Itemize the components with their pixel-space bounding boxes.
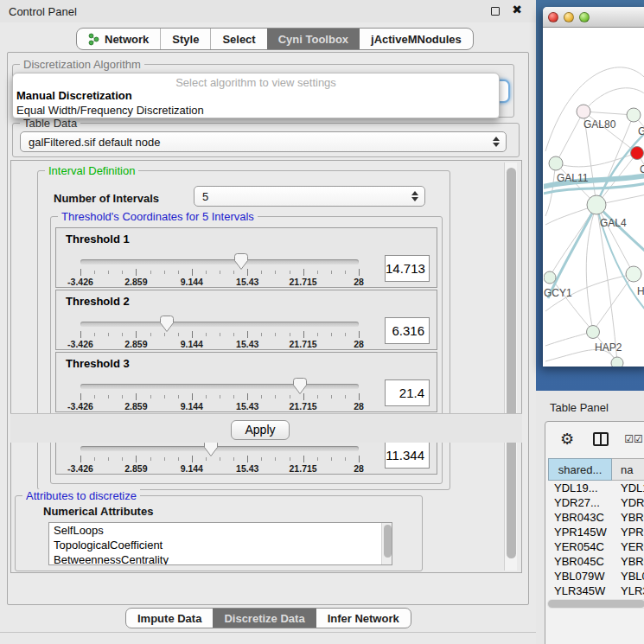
table-cell[interactable]: YER0 [612,539,644,554]
interval-definition-group-label: Interval Definition [45,164,138,177]
table-cell[interactable]: YBL079W [548,569,612,583]
threshold-slider[interactable] [80,322,359,327]
minimize-traffic-icon[interactable] [564,12,574,22]
slider-thumb-icon[interactable] [234,253,248,270]
network-node[interactable] [627,108,641,122]
table-cell[interactable]: YDR2 [612,495,644,510]
network-node[interactable] [549,156,563,170]
select-columns-icon[interactable]: ☑☑ [624,433,643,445]
table-cell[interactable]: YBR045C [548,554,612,569]
table-cell[interactable]: YER054C [548,539,612,554]
network-node[interactable] [577,105,590,118]
attribute-list-item[interactable]: BetweennessCentrality [49,552,392,565]
tab-network[interactable]: Network [77,29,160,49]
table-row[interactable]: YPR145WYPR1 [548,525,644,539]
table-cell[interactable]: YPR1 [612,525,644,539]
network-edge[interactable] [596,131,644,205]
number-of-intervals-combobox[interactable]: 5 [194,186,425,207]
node-label: HAP2 [595,341,622,354]
tick-label: 15.43 [236,463,258,474]
tick-mark [80,393,81,400]
table-horizontal-scrollbar[interactable] [547,599,644,609]
table-cell[interactable]: YDL1 [612,481,644,495]
network-node[interactable] [587,195,606,214]
table-cell[interactable]: YLR3 [612,583,644,597]
table-cell[interactable]: YPR145W [548,525,612,539]
attributes-scrollbar[interactable] [381,523,392,564]
slider-thumb-icon[interactable] [160,316,174,332]
slider-ticks [80,456,359,462]
table-row[interactable]: YBR045CYBR0 [548,554,644,569]
split-columns-icon[interactable] [593,432,609,446]
column-header-shared-name[interactable]: shared... [548,458,612,481]
tab-discretize-data[interactable]: Discretize Data [213,609,316,628]
tick-mark [317,457,318,461]
tick-label: 2.859 [124,401,147,411]
table-cell[interactable]: YDR27... [548,495,612,510]
threshold-value-field[interactable]: 21.4 [385,379,430,406]
slider-thumb-icon[interactable] [293,378,307,394]
algorithm-settings-panel: Interval Definition Number of Intervals … [10,160,522,573]
network-edge[interactable] [545,163,556,216]
dropdown-placeholder-item[interactable]: Select algorithm to view settings [13,73,499,88]
table-row[interactable]: YER054CYER0 [548,539,644,554]
table-row[interactable]: YLR345WYLR3 [548,583,644,597]
network-edge[interactable] [545,331,593,346]
dropdown-option-manual-discretization[interactable]: Manual Discretization [13,88,499,103]
table-cell[interactable]: YBL0 [612,569,644,583]
close-traffic-icon[interactable] [548,12,558,22]
column-header-name[interactable]: na [612,458,644,481]
threshold-slider[interactable] [80,259,359,265]
network-node[interactable] [587,326,600,339]
table-cell[interactable]: YBR0 [612,510,644,525]
table-row[interactable]: YDR27...YDR2 [548,495,644,510]
network-canvas[interactable]: GAL80GAGAL11CGAL4GCY1HHAP2 [544,29,644,367]
scrollbar-thumb[interactable] [384,525,392,558]
tick-label: 9.144 [181,401,203,411]
table-data-combobox[interactable]: galFiltered.sif default node [20,131,507,152]
scrollbar-thumb[interactable] [548,600,644,608]
network-window-titlebar[interactable] [543,7,644,28]
network-node[interactable] [611,357,623,367]
gear-icon[interactable]: ⚙ [560,431,574,447]
threshold-value-field[interactable]: 14.713 [385,255,430,282]
threshold-value-field[interactable]: 11.344 [385,442,430,469]
network-node[interactable] [626,266,641,282]
settings-scrollbar[interactable] [504,163,517,571]
attribute-list-item[interactable]: SelfLoops [49,523,392,538]
network-node[interactable] [631,147,644,160]
dropdown-option-equal-width-frequency[interactable]: Equal Width/Frequency Discretization [13,103,499,118]
tab-impute-data[interactable]: Impute Data [126,609,213,628]
table-cell[interactable]: YBR0 [612,554,644,569]
close-icon[interactable]: ✖ [512,3,522,16]
table-cell[interactable]: YBR043C [548,510,612,525]
float-window-icon[interactable] [491,7,500,16]
attribute-list-item[interactable]: TopologicalCoefficient [49,538,392,552]
network-edge[interactable] [548,205,596,298]
threshold-slider[interactable] [80,446,359,451]
table-cell[interactable]: YLR345W [548,583,612,597]
threshold-value-field[interactable]: 6.316 [385,317,430,344]
table-cell[interactable]: YDL19... [548,481,612,495]
numerical-attributes-list[interactable]: SelfLoopsTopologicalCoefficientBetweenne… [48,522,392,565]
network-edge[interactable] [556,112,583,163]
apply-button[interactable]: Apply [231,420,290,440]
threshold-box: Threshold 3 -3.4262.8599.14415.4321.7152… [55,352,437,412]
tab-select[interactable]: Select [210,29,266,49]
tab-style[interactable]: Style [160,29,210,49]
scrollbar-thumb[interactable] [507,168,516,558]
network-edge[interactable] [583,112,634,115]
zoom-traffic-icon[interactable] [579,12,590,22]
threshold-slider[interactable] [80,384,359,389]
tab-infer-network[interactable]: Infer Network [316,609,411,628]
table-row[interactable]: YBL079WYBL0 [548,569,644,583]
node-table[interactable]: shared... na YDL19...YDL1YDR27...YDR2YBR… [548,458,644,597]
table-row[interactable]: YBR043CYBR0 [548,510,644,525]
table-row[interactable]: YDL19...YDL1 [548,481,644,495]
tab-cyni-toolbox[interactable]: Cyni Toolbox [267,29,360,49]
tick-mark [303,331,304,338]
network-node[interactable] [544,271,556,284]
slider-ticks [80,331,359,338]
tick-mark [317,395,318,399]
tab-jactivemnodules[interactable]: jActiveMNodules [360,29,473,49]
